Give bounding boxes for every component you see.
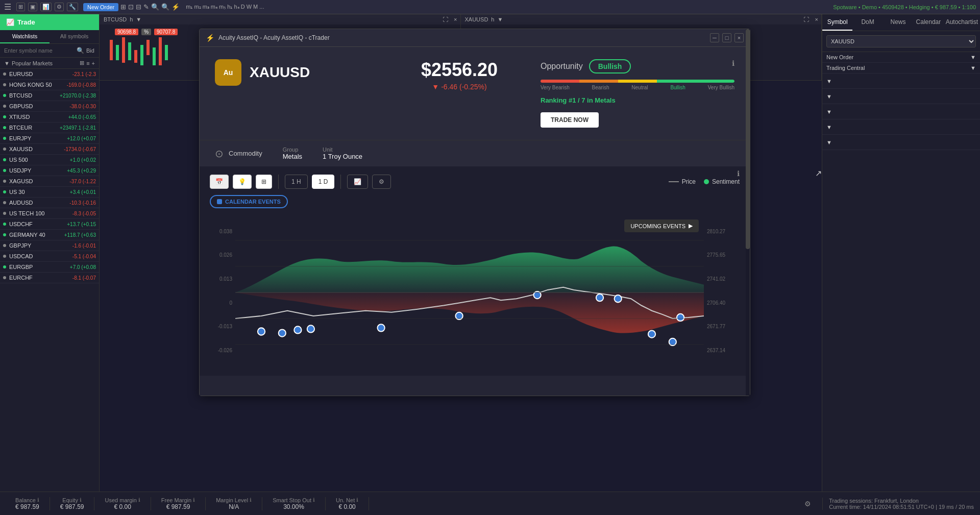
tab-watchlists[interactable]: Watchlists: [0, 30, 50, 43]
svg-rect-8: [159, 37, 162, 65]
symbol-select-dropdown[interactable]: XAUUSD: [826, 35, 976, 47]
chart-info-icon[interactable]: ℹ: [737, 169, 740, 178]
tab-calendar[interactable]: Calendar: [913, 14, 943, 31]
symbol-dot: [3, 83, 6, 86]
symbol-row[interactable]: BTCUSD +21070.0 (-2.38: [0, 90, 99, 101]
tab-dom[interactable]: DoM: [852, 14, 883, 31]
menu-icon[interactable]: ☰: [4, 2, 11, 12]
symbol-row[interactable]: XTIUSD +44.0 (-0.65: [0, 112, 99, 122]
add-icon[interactable]: +: [92, 60, 95, 66]
symbol-row[interactable]: US 500 +1.0 (+0.02: [0, 155, 99, 165]
smart-stop-info-icon[interactable]: ℹ: [313, 497, 315, 503]
upcoming-events-button[interactable]: UPCOMING EVENTS ▶: [624, 219, 699, 232]
event-dot-9[interactable]: [615, 295, 622, 302]
unrealized-net-info-icon[interactable]: ℹ: [356, 497, 358, 503]
expand-icon[interactable]: ⛶: [443, 16, 448, 22]
time-1h-btn[interactable]: 1 H: [285, 175, 308, 189]
tools-icon[interactable]: 🔧: [67, 3, 78, 11]
grid-icon[interactable]: ⊞: [80, 60, 84, 66]
topbar-tool-2[interactable]: ⊡: [128, 3, 134, 11]
symbol-row[interactable]: EURJPY +12.0 (+0.07: [0, 133, 99, 144]
symbol-row[interactable]: GBPUSD -38.0 (-0.30: [0, 101, 99, 112]
equity-info-icon[interactable]: ℹ: [80, 497, 82, 503]
chart-filter-btn[interactable]: ⚙: [372, 175, 391, 189]
symbol-row[interactable]: GBPJPY -1.6 (-0.01: [0, 240, 99, 251]
trade-now-button[interactable]: TRADE NOW: [541, 112, 599, 128]
layout-icon[interactable]: ▣: [28, 3, 37, 11]
event-dot-5[interactable]: [377, 324, 384, 331]
symbol-row[interactable]: USDCAD -5.1 (-0.04: [0, 251, 99, 262]
event-dot-8[interactable]: [596, 294, 603, 301]
btcusd-close-btn[interactable]: ×: [454, 16, 457, 22]
trading-central-row[interactable]: Trading Central ▼: [822, 63, 980, 73]
symbol-row[interactable]: US TECH 100 -8.3 (-0.05: [0, 208, 99, 219]
time-1d-btn[interactable]: 1 D: [312, 175, 335, 189]
free-margin-info-icon[interactable]: ℹ: [193, 497, 195, 503]
used-margin-info-icon[interactable]: ℹ: [138, 497, 140, 503]
symbol-search-input[interactable]: [4, 47, 75, 54]
topbar-tool-4[interactable]: ✎: [143, 3, 149, 11]
symbol-row[interactable]: EURUSD -23.1 (-2.3: [0, 69, 99, 80]
lightbulb-tool-btn[interactable]: 💡: [233, 175, 252, 189]
event-dot-4[interactable]: [307, 325, 314, 332]
topbar-tool-1[interactable]: ⊞: [120, 3, 126, 11]
btcusd-tf-btn[interactable]: ▼: [136, 16, 141, 22]
topbar-tool-7[interactable]: ⚡: [172, 3, 180, 11]
section-row-6[interactable]: ▼: [822, 119, 980, 135]
topbar-tool-6[interactable]: 🔍: [161, 3, 169, 11]
section-row-3[interactable]: ▼: [822, 73, 980, 89]
chart-icon[interactable]: 📊: [40, 3, 52, 11]
tab-news[interactable]: News: [883, 14, 913, 31]
tab-symbol[interactable]: Symbol: [822, 14, 852, 31]
settings-icon-bottom[interactable]: ⚙: [798, 500, 817, 508]
symbol-row[interactable]: XAGUSD -37.0 (-1.22: [0, 176, 99, 187]
xauusd-expand-icon[interactable]: ⛶: [803, 16, 809, 22]
symbol-row[interactable]: EURCHF -8.1 (-0.07: [0, 273, 99, 283]
event-dot-2[interactable]: [279, 329, 286, 336]
balance-info-icon[interactable]: ℹ: [37, 497, 39, 503]
section-row-4[interactable]: ▼: [822, 89, 980, 104]
symbol-row[interactable]: USDCHF +13.7 (+0.15: [0, 219, 99, 230]
chart-line-btn[interactable]: 📈: [347, 175, 368, 189]
tab-all-symbols[interactable]: All symbols: [50, 30, 99, 43]
chart-svg: [235, 214, 704, 371]
acuity-scrollbar[interactable]: [746, 29, 750, 396]
event-dot-12[interactable]: [677, 314, 684, 321]
symbol-row[interactable]: AUDUSD -10.3 (-0.16: [0, 198, 99, 208]
section-row-5[interactable]: ▼: [822, 104, 980, 119]
calendar-tool-btn[interactable]: 📅: [210, 175, 229, 189]
margin-level-info-icon[interactable]: ℹ: [250, 497, 252, 503]
acuity-minimize-btn[interactable]: ─: [710, 33, 719, 42]
symbol-row[interactable]: EURGBP +7.0 (+0.08: [0, 262, 99, 273]
symbol-row[interactable]: USDJPY +45.3 (+0.29: [0, 165, 99, 176]
section-row-7[interactable]: ▼: [822, 135, 980, 150]
new-order-button[interactable]: New Order: [83, 3, 118, 11]
event-dot-1[interactable]: [258, 328, 265, 335]
new-order-row[interactable]: New Order ▼: [822, 52, 980, 63]
list-icon[interactable]: ≡: [86, 60, 89, 66]
table-tool-btn[interactable]: ⊞: [256, 175, 272, 189]
acuity-maximize-btn[interactable]: □: [722, 33, 731, 42]
acuity-scrollbar-thumb[interactable]: [746, 29, 750, 249]
calendar-events-toggle[interactable]: CALENDAR EVENTS: [210, 195, 288, 208]
event-dot-10[interactable]: [648, 330, 655, 337]
right-sidebar: Symbol DoM News Calendar Autochartist XA…: [822, 14, 980, 515]
topbar-tool-3[interactable]: ⊟: [136, 3, 141, 11]
event-dot-3[interactable]: [294, 326, 301, 333]
tab-autochartist[interactable]: Autochartist: [944, 14, 980, 31]
symbol-row[interactable]: GERMANY 40 +118.7 (+0.63: [0, 230, 99, 240]
xauusd-tf-btn[interactable]: ▼: [497, 16, 503, 22]
topbar-tool-5[interactable]: 🔍: [151, 3, 159, 11]
symbol-row[interactable]: XAUUSD -1734.0 (-0.67: [0, 144, 99, 155]
symbol-row[interactable]: HONG KONG 50 -169.0 (-0.88: [0, 80, 99, 90]
settings-icon[interactable]: ⚙: [55, 3, 64, 11]
monitor-icon[interactable]: ⊞: [16, 3, 25, 11]
symbol-dot: [3, 115, 6, 118]
symbol-row[interactable]: US 30 +3.4 (+0.01: [0, 187, 99, 198]
info-circle-icon[interactable]: ℹ: [732, 59, 734, 67]
acuity-close-btn[interactable]: ×: [734, 33, 744, 42]
xauusd-close-btn[interactable]: ×: [815, 16, 818, 22]
symbol-row[interactable]: BTCEUR +23497.1 (-2.81: [0, 122, 99, 133]
popular-markets-header[interactable]: ▼ Popular Markets ⊞ ≡ +: [0, 58, 99, 69]
search-icon[interactable]: 🔍: [77, 47, 84, 54]
